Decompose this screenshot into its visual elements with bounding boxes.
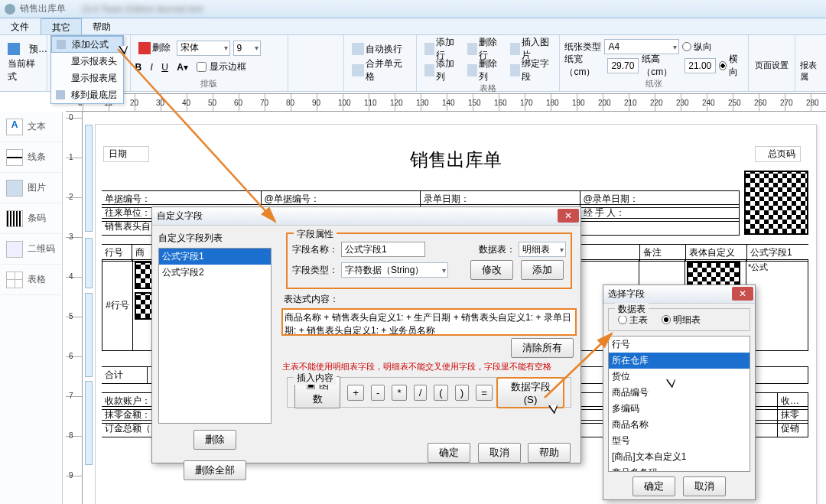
total-label[interactable]: 合计: [102, 367, 148, 383]
report-prop-icon[interactable]: [800, 38, 821, 60]
body-band-handle[interactable]: [85, 238, 93, 288]
font-color-button[interactable]: A▾: [177, 62, 188, 73]
expression-input[interactable]: 商品名称 + 销售表头自定义1: + 生产日期 + 销售表头自定义1: + 录单…: [282, 309, 576, 335]
col-body-custom[interactable]: 表体自定义: [686, 245, 747, 261]
tool-image[interactable]: 图片: [0, 173, 62, 203]
list-item[interactable]: 公式字段2: [159, 265, 271, 281]
dropdown-show-footer[interactable]: 显示报表尾: [51, 70, 123, 86]
list-item[interactable]: 公式字段1: [159, 249, 271, 265]
add-col-icon: [424, 64, 434, 76]
op-eq[interactable]: =: [476, 385, 493, 401]
list-item[interactable]: 多编码: [609, 401, 750, 417]
paper-type-select[interactable]: A4: [604, 39, 679, 54]
merge-cells-button[interactable]: 合并单元格: [349, 56, 411, 85]
delete-field-button[interactable]: 删除: [193, 430, 236, 450]
detail-table-radio[interactable]: 明细表: [662, 314, 701, 327]
window-title-extra: 10.0 Team Edition blurred text: [81, 4, 203, 15]
modify-button[interactable]: 修改: [470, 260, 513, 280]
promo-cell[interactable]: 促销: [778, 421, 808, 437]
tool-text[interactable]: A文本: [0, 112, 62, 142]
ok-button[interactable]: 确定: [428, 443, 470, 463]
pagenum-field[interactable]: 总页码: [755, 146, 801, 162]
select-field-title[interactable]: 选择字段 ✕: [603, 285, 755, 304]
add-col-button[interactable]: 添加列: [421, 56, 461, 85]
tool-barcode[interactable]: 条码: [0, 203, 62, 234]
select-ok-button[interactable]: 确定: [633, 476, 675, 496]
tool-line[interactable]: 线条: [0, 142, 62, 173]
italic-button[interactable]: I: [151, 62, 153, 73]
window-title: 销售出库单: [20, 2, 66, 15]
op-div[interactable]: /: [414, 385, 428, 401]
add-button[interactable]: 添加: [521, 260, 564, 280]
del-col-button[interactable]: 删除列: [464, 56, 504, 85]
close-icon[interactable]: ✕: [732, 287, 753, 301]
op-mul[interactable]: *: [392, 385, 406, 401]
autowrap-button[interactable]: 自动换行: [349, 41, 405, 57]
col-remark[interactable]: 备注: [640, 245, 686, 261]
save-button[interactable]: [5, 41, 23, 57]
bind-field-button[interactable]: 绑定字段: [507, 56, 554, 85]
col-formula1[interactable]: 公式字段1: [747, 245, 808, 261]
hash-lineno[interactable]: #行号: [102, 260, 133, 350]
dropdown-move-bottom[interactable]: 移到最底层: [51, 86, 123, 103]
date-field[interactable]: 日期: [103, 146, 149, 162]
tool-table[interactable]: 表格: [0, 265, 62, 295]
op-minus[interactable]: -: [371, 385, 385, 401]
window-titlebar: 销售出库单 10.0 Team Edition blurred text: [0, 0, 826, 18]
data-table-select[interactable]: 明细表: [519, 242, 566, 257]
paper-height-input[interactable]: 21.00: [685, 58, 716, 73]
field-listbox[interactable]: 公式字段1 公式字段2: [158, 248, 272, 424]
report-prop-label: 报表属: [800, 60, 821, 83]
cancel-button[interactable]: 取消: [478, 443, 521, 463]
select-cancel-button[interactable]: 取消: [683, 476, 726, 496]
menu-help[interactable]: 帮助: [82, 18, 122, 34]
col-lineno[interactable]: 行号: [102, 245, 132, 261]
menu-other[interactable]: 其它: [41, 18, 82, 34]
field-property-group: 字段属性 字段名称： 公式字段1 数据表： 明细表 字段类型： 字符数据（Str…: [287, 233, 571, 288]
list-item[interactable]: 型号: [609, 433, 750, 449]
list-item[interactable]: 货位: [609, 369, 750, 385]
detail-band-handle[interactable]: [85, 293, 93, 377]
list-item[interactable]: 商品多条码: [609, 465, 750, 472]
show-border-checkbox[interactable]: [197, 62, 206, 72]
list-item[interactable]: 行号: [609, 337, 750, 353]
op-rparen[interactable]: ): [455, 385, 469, 401]
underline-button[interactable]: U: [161, 62, 168, 73]
custom-field-dialog-title[interactable]: 自定义字段 ✕: [152, 207, 580, 226]
dropdown-add-formula[interactable]: 添加公式: [51, 36, 123, 53]
footer-band-handle[interactable]: [85, 381, 93, 465]
qr-header-right[interactable]: [744, 171, 808, 235]
field-type-select[interactable]: 字符数据（String）: [341, 262, 448, 278]
delete-all-button[interactable]: 删除全部: [184, 460, 246, 480]
layer-icon: [56, 90, 65, 99]
clear-all-button[interactable]: 清除所有: [511, 338, 574, 358]
list-item[interactable]: [商品]文本自定义1: [609, 449, 750, 465]
document-title[interactable]: 销售出库单: [96, 148, 816, 172]
field-name-input[interactable]: 公式字段1: [341, 242, 425, 257]
tool-qrcode[interactable]: 二维码: [0, 234, 62, 265]
list-item[interactable]: 所在仓库: [609, 353, 750, 369]
tool-palette: A文本 线条 图片 条码 二维码 表格: [0, 112, 63, 504]
font-size-select[interactable]: 9: [233, 41, 261, 56]
list-item[interactable]: 商品编号: [609, 385, 750, 401]
delete-button[interactable]: 删除: [135, 40, 174, 56]
dropdown-show-header[interactable]: 显示报表头: [51, 53, 123, 70]
list-item[interactable]: 商品名称: [609, 417, 750, 433]
hash-formula[interactable]: *公式: [746, 260, 808, 350]
orient-horizontal-radio[interactable]: 横向: [719, 53, 743, 79]
page-setup-icon[interactable]: [761, 38, 782, 60]
orient-vertical-radio[interactable]: 纵向: [682, 41, 712, 54]
op-lparen[interactable]: (: [434, 385, 447, 401]
help-button[interactable]: 帮助: [528, 443, 571, 463]
menubar: 文件 其它 帮助: [0, 18, 826, 35]
font-select[interactable]: 宋体: [177, 41, 230, 56]
current-style-label: 当前样式: [5, 56, 42, 85]
delete-icon: [138, 42, 151, 54]
field-select-listbox[interactable]: 行号所在仓库货位商品编号多编码商品名称型号[商品]文本自定义1商品多条码业务员名…: [608, 336, 750, 472]
header-band-handle[interactable]: [85, 125, 93, 232]
paper-width-input[interactable]: 29.70: [607, 58, 639, 73]
op-plus[interactable]: +: [347, 385, 364, 401]
menu-file[interactable]: 文件: [0, 18, 41, 34]
close-icon[interactable]: ✕: [558, 209, 579, 223]
bold-button[interactable]: B: [135, 62, 142, 73]
